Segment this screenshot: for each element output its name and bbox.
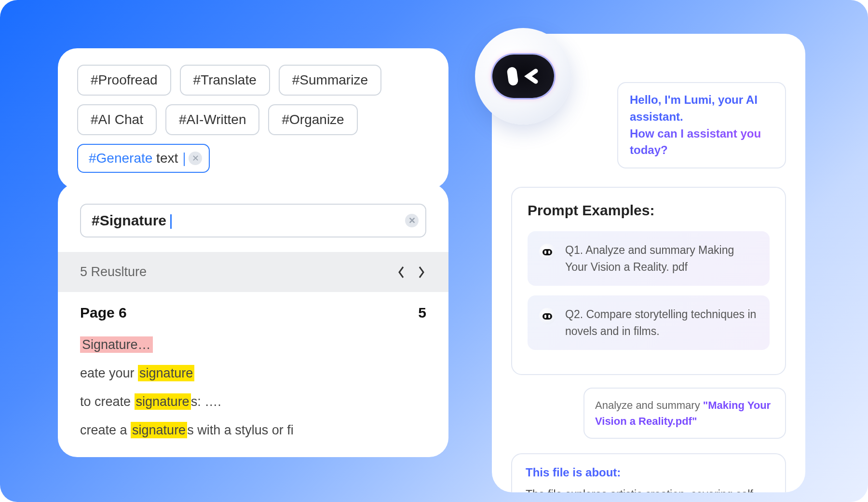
page-match-count: 5 [418,305,426,321]
match-highlight: signature [138,365,194,381]
example-text: Q1. Analyze and summary Making Your Visi… [565,242,758,275]
snippet-line[interactable]: Signature… [80,337,426,352]
tag-proofread[interactable]: #Proofread [77,65,171,96]
tag-summarize[interactable]: #Summarize [279,65,381,96]
assistant-mini-avatar-icon [539,244,556,260]
tag-organize[interactable]: #Organize [268,104,357,135]
tag-ai-chat[interactable]: #AI Chat [77,104,157,135]
tag-active-suffix: text [152,151,182,166]
page-header-row: Page 6 5 [58,292,448,334]
match-highlight: signature [135,393,191,410]
next-result-button[interactable] [417,267,426,277]
search-input[interactable]: #Signature ✕ [80,204,426,237]
results-summary-bar: 5 Reuslture [58,252,448,292]
snippet-line[interactable]: create a signatures with a stylus or fi [80,423,426,438]
ai-tags-card: #Proofread #Translate #Summarize #AI Cha… [58,48,448,189]
example-prompt-2[interactable]: Q2. Compare storytelling techniques in n… [528,295,770,350]
examples-title: Prompt Examples: [528,202,770,219]
match-highlight-active: Signature… [80,336,153,353]
snippet-line[interactable]: to create signatures: …. [80,394,426,409]
user-message-bubble: Analyze and summary "Making Your Vision … [583,388,786,439]
tag-ai-written[interactable]: #AI-Written [165,104,260,135]
search-snippets: Signature… eate your signature to create… [58,334,448,457]
assistant-mini-avatar-icon [539,308,556,324]
clear-tag-button[interactable]: ✕ [189,152,202,165]
greeting-line-2: How can I assistant you today? [630,126,773,159]
response-title: This file is about: [526,466,772,479]
clear-search-button[interactable]: ✕ [405,214,419,227]
greeting-line-1: Hello, I'm Lumi, your AI assistant. [630,92,773,126]
assistant-response-box: This file is about: The file explores ar… [511,453,786,492]
text-caret [170,214,172,229]
tag-translate[interactable]: #Translate [180,65,270,96]
response-body: The file explores artistic creation, cov… [526,486,772,492]
search-query-text: #Signature [92,212,166,228]
example-prompt-1[interactable]: Q1. Analyze and summary Making Your Visi… [528,231,770,286]
results-nav [396,267,426,277]
prompt-examples-box: Prompt Examples: Q1. Analyze and summary… [511,187,786,375]
results-count-label: 5 Reuslture [80,265,147,279]
assistant-avatar-icon [475,28,571,125]
snippet-line[interactable]: eate your signature [80,366,426,381]
user-message-plain: Analyze and summary [595,399,703,411]
match-highlight: signature [131,422,187,438]
example-text: Q2. Compare storytelling techniques in n… [565,306,758,339]
assistant-greeting: Hello, I'm Lumi, your AI assistant. How … [617,82,786,168]
text-caret [184,153,185,166]
prev-result-button[interactable] [396,267,406,277]
page-label: Page 6 [80,305,127,321]
search-results-card: #Signature ✕ 5 Reuslture Page 6 5 Signat… [58,183,448,457]
tag-generate-input[interactable]: #Generate text ✕ [77,144,210,173]
tag-active-prefix: #Generate [89,151,152,166]
